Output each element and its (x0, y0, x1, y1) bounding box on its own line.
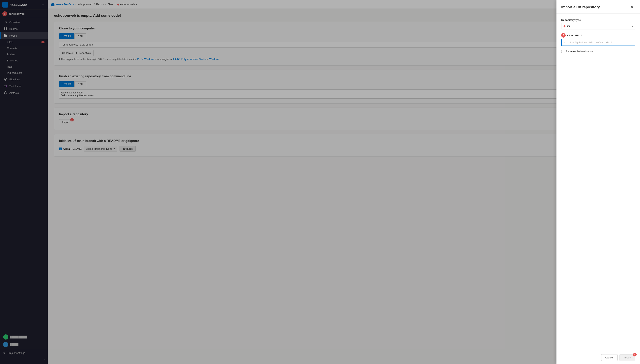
clone-url-dialog-input[interactable] (561, 39, 635, 46)
clone-url-label: 3 Clone URL * (561, 34, 635, 38)
repo-type-value: Git (567, 25, 570, 28)
clone-url-field: 3 Clone URL * (561, 34, 635, 46)
repo-type-select-inner: ◆ Git (563, 24, 570, 28)
clone-url-label-text: Clone URL * (567, 34, 582, 37)
dialog-import-badge: 4 (633, 353, 636, 356)
dialog-close-button[interactable]: ✕ (629, 4, 635, 10)
repo-type-field: Repository type ◆ Git ▾ (561, 18, 635, 30)
step-3-indicator: 3 (561, 33, 566, 38)
cancel-button[interactable]: Cancel (601, 354, 617, 361)
dialog-body: Repository type ◆ Git ▾ 3 Clone URL * (556, 14, 640, 351)
dialog-footer: Cancel Import 4 (556, 351, 640, 364)
requires-auth-checkbox-input[interactable] (561, 50, 564, 53)
dialog-title: Import a Git repository (561, 5, 600, 9)
select-chevron-down-icon: ▾ (632, 25, 633, 28)
requires-auth-label: Requires Authentication (566, 50, 593, 53)
modal-overlay[interactable]: Import a Git repository ✕ Repository typ… (0, 0, 640, 364)
repo-type-label: Repository type (561, 18, 635, 22)
repo-type-icon: ◆ (563, 24, 566, 28)
import-git-dialog: Import a Git repository ✕ Repository typ… (556, 0, 640, 364)
repo-type-select[interactable]: ◆ Git ▾ (561, 23, 635, 30)
dialog-import-button[interactable]: Import 4 (619, 354, 635, 361)
dialog-import-label: Import (624, 356, 631, 359)
close-icon: ✕ (630, 5, 634, 10)
requires-auth-checkbox[interactable]: Requires Authentication (561, 50, 635, 53)
dialog-header: Import a Git repository ✕ (556, 0, 640, 14)
